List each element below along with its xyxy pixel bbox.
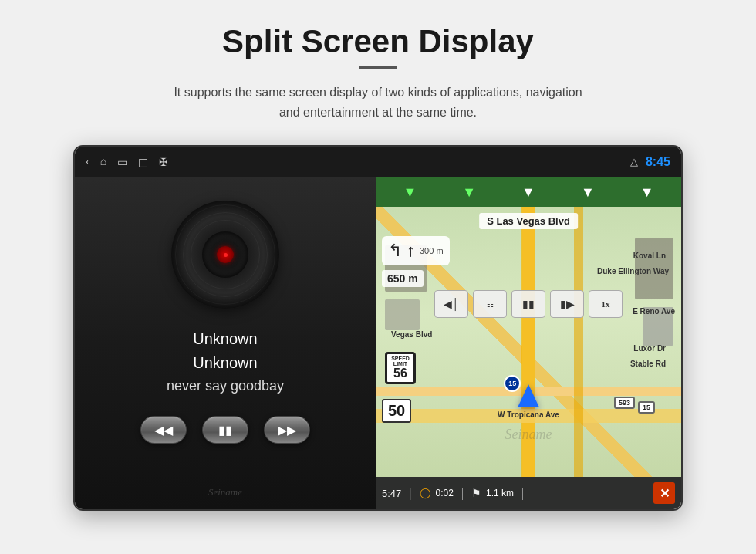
map-label-vegas: Vegas Blvd [391, 330, 432, 339]
previous-button[interactable]: ◀◀ [140, 416, 187, 444]
track-title: Unknown [167, 330, 284, 348]
nav-arrows-bar: ▼ ▼ ▼ ▼ ▼ [376, 177, 681, 207]
page-subtitle: It supports the same screen display of t… [162, 83, 594, 122]
nav-next-button[interactable]: ▮▶ [550, 290, 584, 318]
map-label-tropicana: W Tropicana Ave [498, 410, 559, 419]
pause-icon: ▮▮ [218, 423, 232, 437]
nav-eta: 0:02 [436, 488, 454, 498]
route-badge-number: 593 [619, 399, 630, 407]
nav-clock-icon: ◯ [420, 487, 431, 499]
song-name: never say goodbay [167, 378, 284, 394]
map-label-koval: Koval Ln [633, 252, 666, 260]
nav-separator-1: | [409, 486, 411, 500]
turn-instruction: ↰ ↑ 300 m [382, 236, 450, 265]
turn-distance: 300 m [420, 246, 444, 255]
current-speed-display: 50 [382, 399, 411, 423]
map-area: S Las Vegas Blvd ↰ ↑ 300 m 650 m ◀│ ☷ ▮▮… [376, 207, 681, 477]
music-controls: ◀◀ ▮▮ ▶▶ [140, 416, 310, 444]
current-speed-value: 50 [388, 402, 405, 419]
title-divider [359, 66, 397, 69]
disc-outer [171, 201, 279, 309]
device-frame: ‹ ⌂ ▭ ◫ ✠ △ 8:45 [73, 145, 683, 511]
nav-separator-3: | [521, 486, 524, 500]
status-bar: ‹ ⌂ ▭ ◫ ✠ △ 8:45 [75, 147, 681, 177]
map-label-stable: Stable Rd [630, 360, 666, 368]
next-button[interactable]: ▶▶ [264, 416, 310, 444]
distance-label: 650 m [382, 270, 424, 287]
map-label-reno: E Reno Ave [633, 307, 675, 316]
turn-left-icon: ↰ [388, 241, 402, 261]
street-name: S Las Vegas Blvd [479, 213, 578, 229]
album-art [171, 201, 279, 309]
artist-name: Unknown [167, 354, 284, 372]
pause-button[interactable]: ▮▮ [202, 416, 248, 444]
interstate-number: 15 [508, 380, 516, 387]
nav-flag-icon: ⚑ [471, 487, 481, 500]
nav-menu-button[interactable]: ☷ [473, 290, 507, 318]
speed-limit-label: SPEED [390, 356, 410, 361]
previous-icon: ◀◀ [154, 423, 173, 437]
next-icon: ▶▶ [278, 423, 296, 437]
map-watermark: Seiname [505, 427, 552, 443]
speed-limit-value: 56 [390, 367, 410, 380]
nav-bottom-bar: 5:47 | ◯ 0:02 | ⚑ 1.1 km | ✕ [376, 477, 681, 509]
back-arrow-icon[interactable]: ‹ [86, 156, 89, 168]
status-time: 8:45 [646, 155, 670, 169]
nav-pause-button[interactable]: ▮▮ [511, 290, 545, 318]
nav-controls: ◀│ ☷ ▮▮ ▮▶ 1x [434, 290, 623, 318]
nav-prev-button[interactable]: ◀│ [434, 290, 468, 318]
image-icon[interactable]: ◫ [138, 156, 148, 169]
map-label-duke: Duke Ellington Way [597, 267, 669, 275]
music-info: Unknown Unknown never say goodbay [167, 330, 284, 394]
speed-limit-label2: LIMIT [390, 361, 410, 367]
nav-panel: ▼ ▼ ▼ ▼ ▼ S Las Vegas Blvd [376, 177, 681, 509]
nav-distance: 1.1 km [486, 488, 514, 498]
nav-arrow-5: ▼ [640, 184, 654, 201]
speed-limit-sign: SPEED LIMIT 56 [385, 352, 416, 384]
window-icon[interactable]: ▭ [117, 156, 127, 169]
route-badge: 593 [614, 397, 635, 409]
turn-straight-icon: ↑ [407, 241, 415, 261]
nav-arrow-2: ▼ [462, 184, 476, 201]
nav-time: 5:47 [382, 488, 401, 499]
nav-arrow-1: ▼ [403, 184, 417, 201]
home-icon[interactable]: ⌂ [100, 156, 106, 168]
nav-close-button[interactable]: ✕ [653, 482, 675, 504]
split-panels: Unknown Unknown never say goodbay ◀◀ ▮▮ … [75, 177, 681, 509]
music-panel: Unknown Unknown never say goodbay ◀◀ ▮▮ … [75, 177, 376, 509]
speed-label: 1x [602, 299, 610, 309]
route-badge-2: 15 [638, 401, 655, 414]
nav-speed-button[interactable]: 1x [589, 290, 623, 318]
nav-arrow-3: ▼ [521, 184, 535, 201]
notification-icon: △ [630, 156, 638, 168]
nav-arrow-4: ▼ [581, 184, 595, 201]
usb-icon[interactable]: ✠ [159, 156, 168, 169]
map-label-luxor: Luxor Dr [633, 344, 666, 353]
music-panel-watermark: Seiname [208, 486, 242, 498]
page-title: Split Screen Display [222, 23, 534, 60]
nav-separator-2: | [461, 486, 464, 500]
nav-car-arrow [518, 384, 539, 407]
